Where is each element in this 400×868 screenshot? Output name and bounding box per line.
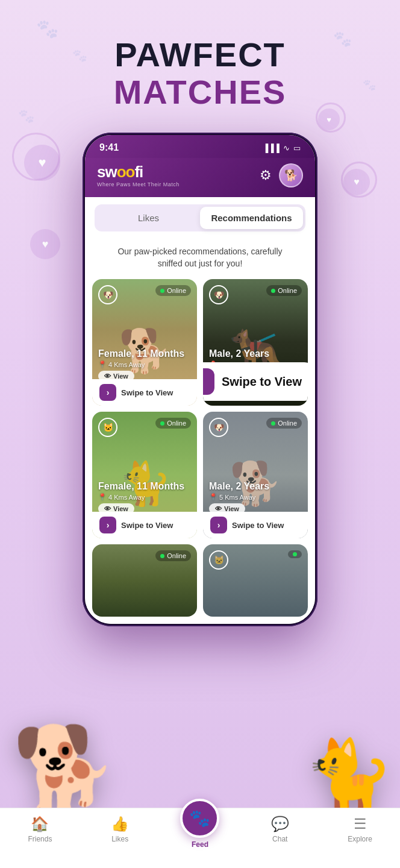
- swipe-label-4: Swipe to View: [232, 521, 284, 530]
- online-text-1: Online: [167, 287, 186, 294]
- title-section: PAWFECT MATCHES: [0, 0, 400, 122]
- online-badge-5: Online: [155, 550, 191, 561]
- status-bar: 9:41 ▐▐▐ ∿ ▭: [85, 135, 315, 158]
- chat-icon: 💬: [271, 816, 289, 832]
- swipe-btn-4[interactable]: › Swipe to View: [203, 512, 308, 538]
- nav-label-chat: Chat: [272, 835, 287, 843]
- friends-icon: 🏠: [31, 816, 49, 832]
- avatar[interactable]: 🐕: [279, 163, 303, 187]
- pet-distance-1: 📍 4 Kms Away: [98, 360, 184, 368]
- online-dot-2: [271, 289, 275, 293]
- deco-heart-1: ♥: [24, 145, 60, 181]
- pet-gender-age-1: Female, 11 Months: [98, 348, 184, 359]
- likes-icon: 👍: [111, 816, 129, 832]
- tabs-section: Likes Recommendations: [85, 197, 315, 239]
- wifi-icon: ∿: [283, 143, 290, 153]
- pet-info-1: Female, 11 Months 📍 4 Kms Away 👁 View: [98, 348, 184, 382]
- swipe-tooltip[interactable]: › Swipe to View: [203, 362, 308, 401]
- pet-distance-3: 📍 4 Kms Away: [98, 493, 184, 501]
- swipe-label-1: Swipe to View: [121, 388, 173, 397]
- pet-type-icon-4: 🐶: [209, 418, 228, 437]
- filter-icon[interactable]: ⚙: [260, 168, 272, 183]
- deco-circle-1: [12, 133, 60, 181]
- online-dot-5: [160, 554, 164, 558]
- nav-item-feed[interactable]: 🐾 Feed: [160, 799, 240, 849]
- deco-heart-2: ♥: [343, 169, 370, 195]
- cat-outside: 🐈: [304, 735, 394, 820]
- status-icons: ▐▐▐ ∿ ▭: [263, 143, 301, 153]
- pet-card-1[interactable]: 🐕 🐶 Online Female, 11 Months 📍 4 Kms Awa…: [92, 279, 197, 406]
- nav-label-feed: Feed: [192, 840, 208, 849]
- deco-circle-2: [341, 162, 377, 198]
- pet-card-6[interactable]: 🐱: [203, 544, 308, 617]
- tabs-container: Likes Recommendations: [95, 204, 305, 231]
- app-logo-text: swoofi: [97, 163, 180, 181]
- feed-circle: 🐾: [180, 799, 219, 838]
- online-badge-4: Online: [266, 418, 302, 429]
- swipe-icon-1: ›: [99, 384, 116, 401]
- pet-type-icon-2: 🐶: [209, 285, 228, 304]
- online-text-2: Online: [278, 287, 297, 294]
- online-text-5: Online: [167, 552, 186, 559]
- online-dot-3: [160, 421, 164, 426]
- pet-distance-4: 📍 5 Kms Away: [209, 493, 269, 501]
- swipe-label-3: Swipe to View: [121, 521, 173, 530]
- nav-label-likes: Likes: [111, 835, 128, 843]
- pet-card-2[interactable]: 🐕‍🦺 🐶 Online Male, 2 Years 📍 5 Kms Away: [203, 279, 308, 406]
- online-badge-1: Online: [155, 285, 191, 296]
- battery-icon: ▭: [293, 143, 301, 153]
- app-logo: swoofi Where Paws Meet Their Match: [97, 163, 180, 187]
- nav-label-explore: Explore: [348, 835, 372, 843]
- pet-type-icon-6: 🐱: [209, 550, 228, 570]
- phone-inner: 9:41 ▐▐▐ ∿ ▭ swoofi Where Paws Meet Thei…: [85, 135, 315, 624]
- nav-item-friends[interactable]: 🏠 Friends: [0, 816, 80, 843]
- pet-gender-age-2: Male, 2 Years: [209, 348, 269, 359]
- pet-info-3: Female, 11 Months 📍 4 Kms Away 👁 View: [98, 481, 184, 514]
- pet-card-4[interactable]: 🐕 🐶 Online Male, 2 Years 📍 5 Kms Away: [203, 412, 308, 538]
- online-dot-4: [271, 421, 275, 426]
- swipe-tooltip-text: Swipe to View: [222, 375, 302, 389]
- phone-wrapper: 9:41 ▐▐▐ ∿ ▭ swoofi Where Paws Meet Thei…: [83, 133, 317, 626]
- location-icon-3: 📍: [98, 493, 107, 501]
- nav-item-chat[interactable]: 💬 Chat: [240, 816, 320, 843]
- nav-label-friends: Friends: [28, 835, 52, 843]
- location-icon-4: 📍: [209, 493, 217, 501]
- online-text-4: Online: [278, 420, 297, 427]
- pet-card-5[interactable]: Online: [92, 544, 197, 617]
- tab-likes[interactable]: Likes: [97, 207, 200, 229]
- online-dot-6: [293, 552, 297, 556]
- app-header-right: ⚙ 🐕: [260, 163, 303, 187]
- online-badge-3: Online: [155, 418, 191, 429]
- pet-type-icon-3: 🐱: [98, 418, 117, 437]
- swipe-btn-1[interactable]: › Swipe to View: [92, 379, 197, 406]
- online-text-3: Online: [167, 420, 186, 427]
- swipe-btn-3[interactable]: › Swipe to View: [92, 512, 197, 538]
- pet-gender-age-3: Female, 11 Months: [98, 481, 184, 492]
- swipe-tooltip-icon: ›: [203, 368, 214, 395]
- swipe-icon-3: ›: [99, 517, 116, 533]
- bottom-nav: 🏠 Friends 👍 Likes 🐾 Feed 💬 Chat ☰ Explor…: [0, 808, 400, 868]
- title-matches: MATCHES: [0, 74, 400, 111]
- nav-item-likes[interactable]: 👍 Likes: [80, 816, 160, 843]
- pet-card-3[interactable]: 🐈 🐱 Online Female, 11 Months 📍 4 Kms Awa…: [92, 412, 197, 538]
- explore-icon: ☰: [354, 816, 367, 832]
- location-icon-1: 📍: [98, 360, 107, 368]
- tab-recommendations[interactable]: Recommendations: [200, 207, 303, 229]
- status-time: 9:41: [99, 142, 119, 153]
- pet-info-4: Male, 2 Years 📍 5 Kms Away 👁 View: [209, 481, 269, 514]
- swipe-icon-4: ›: [210, 517, 227, 533]
- pet-type-icon-1: 🐶: [98, 285, 117, 304]
- phone: 9:41 ▐▐▐ ∿ ▭ swoofi Where Paws Meet Thei…: [83, 133, 317, 626]
- pet-gender-age-4: Male, 2 Years: [209, 481, 269, 492]
- signal-icon: ▐▐▐: [263, 143, 280, 153]
- nav-item-explore[interactable]: ☰ Explore: [320, 816, 400, 843]
- pet-grid: 🐕 🐶 Online Female, 11 Months 📍 4 Kms Awa…: [85, 279, 315, 624]
- deco-heart-4: ♥: [30, 229, 60, 259]
- online-badge-2: Online: [266, 285, 302, 296]
- title-pawfect: PAWFECT: [0, 36, 400, 74]
- online-badge-6: [288, 550, 302, 558]
- rec-subtitle: Our paw-picked recommendations, carefull…: [85, 239, 315, 279]
- dog-outside: 🐕: [12, 720, 117, 820]
- app-header: swoofi Where Paws Meet Their Match ⚙ 🐕: [85, 158, 315, 197]
- online-dot-1: [160, 289, 164, 293]
